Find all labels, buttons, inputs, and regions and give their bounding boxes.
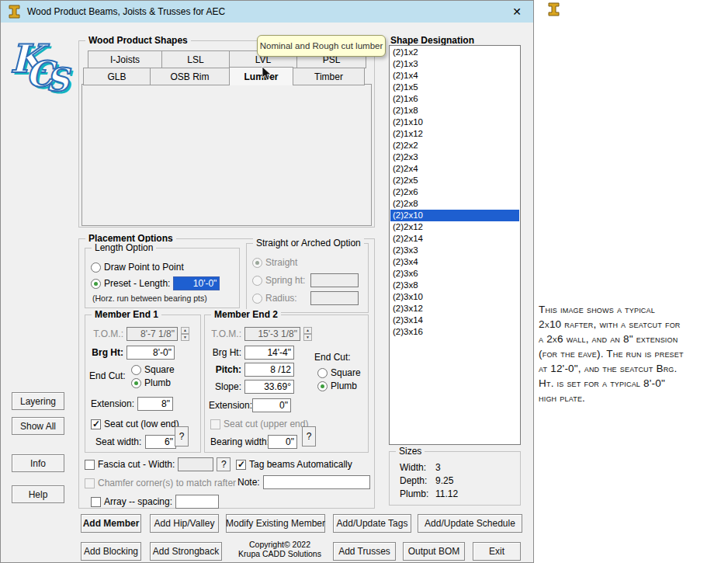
tab-lsl[interactable]: LSL — [161, 50, 230, 68]
shape-list-item[interactable]: (2)2x12 — [390, 221, 519, 233]
shape-list-item[interactable]: (2)3x16 — [390, 326, 519, 338]
shape-list-item[interactable]: (2)3x8 — [390, 280, 519, 291]
shape-list-item[interactable]: (2)3x6 — [390, 268, 519, 280]
end2-brg-field[interactable]: 14'-4" — [244, 346, 294, 360]
end2-help-button[interactable]: ? — [302, 426, 316, 447]
exit-button[interactable]: Exit — [473, 542, 521, 561]
shape-list-item[interactable]: (2)2x8 — [390, 198, 519, 210]
tooltip: Nominal and Rough cut lumber — [257, 35, 386, 57]
add-hip-valley-button[interactable]: Add Hip/Valley — [150, 514, 219, 533]
end1-tom-stepper[interactable] — [181, 327, 189, 341]
shape-list-item[interactable]: (2)1x6 — [390, 93, 519, 105]
shape-list-item[interactable]: (2)1x10 — [390, 116, 519, 128]
end1-seatwidth-label: Seat width: — [95, 436, 142, 447]
tab-ijoists[interactable]: I-Joists — [88, 50, 162, 68]
shape-list-item[interactable]: (2)3x3 — [390, 245, 519, 256]
shape-list-item[interactable]: (2)1x4 — [390, 70, 519, 82]
end1-square-label: Square — [144, 364, 175, 375]
shape-list-item[interactable]: (2)2x6 — [390, 186, 519, 198]
end2-plumb-option[interactable]: Plumb — [317, 379, 357, 393]
end2-seatcut-row[interactable]: Seat cut (upper end) — [210, 417, 308, 431]
fascia-cut-row[interactable]: Fascia cut - Width: ? — [85, 457, 231, 471]
preset-length-option[interactable]: Preset - Length: 10'-0" — [91, 276, 220, 290]
shape-list-item[interactable]: (2)1x3 — [390, 58, 519, 70]
end1-seatwidth-row: Seat width: 6" — [95, 435, 176, 449]
end1-help-button[interactable]: ? — [175, 426, 189, 447]
shape-list-item[interactable]: (2)3x12 — [390, 303, 519, 315]
end1-extension-field[interactable]: 8" — [137, 397, 173, 411]
draw-point-to-point-option[interactable]: Draw Point to Point — [91, 260, 184, 274]
end1-seatcut-row[interactable]: Seat cut (low end) — [91, 417, 179, 431]
shape-list-item[interactable]: (2)2x5 — [390, 175, 519, 186]
shape-list-item[interactable]: (2)1x8 — [390, 105, 519, 116]
note-label: Note: — [237, 477, 260, 488]
add-trusses-button[interactable]: Add Trusses — [333, 542, 396, 561]
shape-list-item[interactable]: (2)1x12 — [390, 128, 519, 140]
preset-length-field[interactable]: 10'-0" — [173, 276, 220, 290]
copyright-text: Copyright© 2022 Krupa CADD Solutions — [231, 540, 328, 558]
radio-icon — [131, 378, 141, 388]
radio-icon — [317, 368, 328, 378]
end1-tom-field[interactable]: 8'-7 1/8" — [127, 327, 178, 341]
tab-glb[interactable]: GLB — [83, 68, 151, 85]
end2-brg-row: Brg Ht: 14'-4" — [209, 346, 294, 360]
add-update-schedule-button[interactable]: Add/Update Schedule — [418, 514, 522, 533]
shape-list-item[interactable]: (2)1x2 — [390, 47, 519, 58]
shape-list-item[interactable]: (2)3x4 — [390, 256, 519, 268]
shape-list-item[interactable]: (2)3x10 — [390, 291, 519, 303]
array-spacing-row[interactable]: Array -- spacing: — [91, 495, 219, 509]
help-button[interactable]: Help — [12, 485, 64, 503]
end2-bearingwidth-field[interactable]: 0" — [268, 435, 297, 449]
end1-plumb-option[interactable]: Plumb — [131, 376, 171, 390]
straight-label: Straight — [265, 257, 297, 268]
modify-existing-member-button[interactable]: Modify Existing Member — [226, 514, 325, 533]
radius-option[interactable]: Radius: — [252, 291, 359, 305]
tab-timber[interactable]: Timber — [293, 68, 365, 85]
fascia-cut-label: Fascia cut - Width: — [98, 459, 175, 470]
output-bom-button[interactable]: Output BOM — [403, 542, 465, 561]
note-field[interactable] — [263, 475, 370, 489]
end2-square-option[interactable]: Square — [317, 366, 361, 380]
end1-seatcut-label: Seat cut (low end) — [104, 419, 179, 429]
array-spacing-field[interactable] — [175, 495, 219, 509]
spring-ht-field[interactable] — [310, 273, 359, 287]
spring-ht-option[interactable]: Spring ht: — [252, 273, 359, 287]
end2-tom-stepper[interactable] — [303, 327, 312, 341]
add-member-button[interactable]: Add Member — [81, 514, 141, 533]
info-button[interactable]: Info — [12, 454, 64, 472]
layering-button[interactable]: Layering — [12, 392, 64, 410]
sizes-depth-value: 9.25 — [435, 475, 453, 486]
tag-beams-row[interactable]: Tag beams Automatically — [236, 457, 352, 471]
shape-list-item[interactable]: (2)2x3 — [390, 151, 519, 163]
end1-square-option[interactable]: Square — [131, 363, 175, 377]
add-strongback-button[interactable]: Add Strongback — [150, 542, 222, 561]
end2-seatcut-label: Seat cut (upper end) — [224, 419, 308, 429]
annotation-line: Ht. is set for a typical 8'-0" — [539, 376, 726, 391]
chamfer-row[interactable]: Chamfer corner(s) to match rafter — [85, 476, 236, 490]
end2-pitch-field[interactable]: 8 /12 — [244, 363, 294, 377]
shape-list-item-selected[interactable]: (2)2x10 — [390, 210, 519, 221]
shape-list-item[interactable]: (2)2x2 — [390, 140, 519, 151]
straight-option[interactable]: Straight — [252, 255, 297, 269]
radius-field[interactable] — [310, 291, 359, 305]
end1-brg-field[interactable]: 8'-0" — [127, 346, 175, 360]
fascia-width-field[interactable] — [178, 457, 213, 471]
sizes-depth-row: Depth: 9.25 — [400, 474, 453, 488]
shape-list-item[interactable]: (2)3x14 — [390, 315, 519, 326]
dialog-window: Wood Product Beams, Joists & Trusses for… — [0, 0, 534, 563]
show-all-button[interactable]: Show All — [12, 417, 64, 435]
end1-seatwidth-field[interactable]: 6" — [145, 435, 176, 449]
end2-tom-field[interactable]: 15'-3 1/8" — [244, 327, 300, 341]
end2-extension-field[interactable]: 0" — [252, 398, 291, 412]
close-button[interactable]: ✕ — [501, 1, 533, 23]
end2-slope-field[interactable]: 33.69° — [244, 380, 294, 394]
tab-osb-rim[interactable]: OSB Rim — [150, 68, 230, 85]
fascia-help-button[interactable]: ? — [217, 457, 231, 471]
add-blocking-button[interactable]: Add Blocking — [81, 542, 141, 561]
sizes-width-label: Width: — [400, 462, 432, 473]
shape-list-item[interactable]: (2)2x14 — [390, 233, 519, 245]
add-update-tags-button[interactable]: Add/Update Tags — [333, 514, 411, 533]
shape-list-item[interactable]: (2)1x5 — [390, 82, 519, 93]
shape-list-item[interactable]: (2)2x4 — [390, 163, 519, 175]
member-end-1-label: Member End 1 — [92, 309, 161, 320]
